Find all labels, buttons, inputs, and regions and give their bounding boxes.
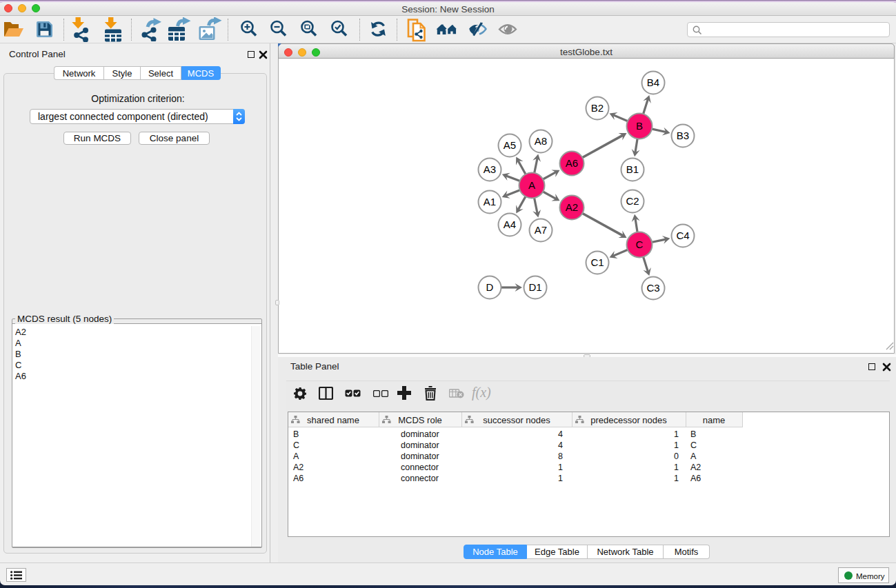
svg-text:A8: A8 — [535, 135, 547, 147]
svg-text:A5: A5 — [504, 139, 516, 151]
svg-text:C1: C1 — [590, 256, 604, 268]
svg-text:C4: C4 — [676, 230, 689, 241]
svg-text:B: B — [636, 120, 643, 132]
svg-text:B2: B2 — [591, 102, 604, 114]
svg-text:A3: A3 — [484, 163, 496, 175]
svg-text:A6: A6 — [566, 157, 578, 169]
svg-text:D: D — [486, 281, 494, 293]
svg-text:C2: C2 — [626, 195, 639, 207]
svg-text:A2: A2 — [566, 201, 578, 213]
svg-text:D1: D1 — [528, 281, 541, 293]
svg-text:B4: B4 — [647, 77, 659, 88]
svg-text:A: A — [528, 179, 535, 191]
svg-text:B1: B1 — [626, 163, 639, 175]
svg-text:B3: B3 — [677, 130, 689, 141]
svg-text:A7: A7 — [535, 224, 547, 236]
svg-text:C3: C3 — [646, 282, 659, 294]
svg-text:C: C — [636, 239, 644, 250]
svg-text:A4: A4 — [504, 219, 516, 230]
svg-text:A1: A1 — [484, 196, 496, 207]
